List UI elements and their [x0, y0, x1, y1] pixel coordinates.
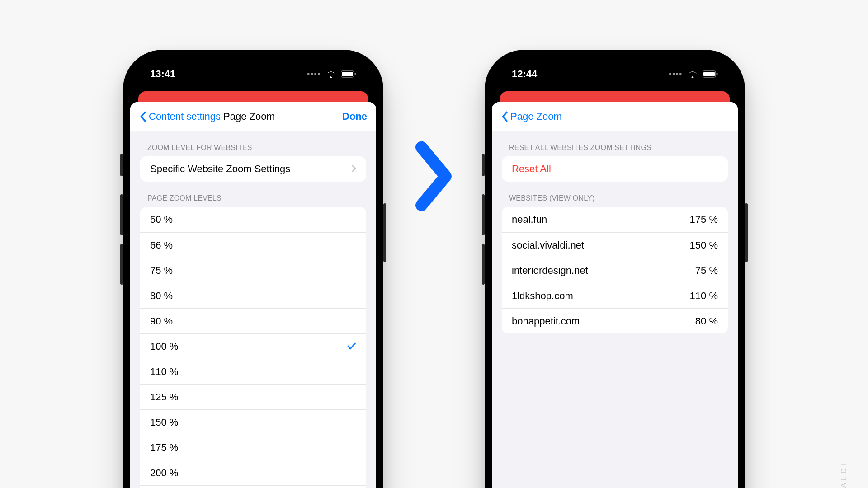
zoom-level-row[interactable]: 75 %	[140, 258, 366, 283]
zoom-level-label: 100 %	[150, 341, 178, 352]
zoom-level-label: 75 %	[150, 265, 173, 277]
website-zoom-value: 80 %	[695, 315, 718, 327]
vivaldi-watermark: VIVALDI	[839, 461, 849, 488]
page-title: Page Zoom	[223, 111, 275, 122]
website-zoom-value: 150 %	[690, 239, 718, 251]
zoom-level-label: 80 %	[150, 290, 173, 302]
side-button	[120, 154, 123, 176]
section-header-websites: WEBSITES (VIEW ONLY)	[492, 182, 738, 207]
wifi-icon	[687, 70, 698, 78]
zoom-level-label: 175 %	[150, 442, 178, 454]
section-header-reset: RESET ALL WEBSITES ZOOM SETTINGS	[492, 131, 738, 156]
row-label: Reset All	[512, 163, 551, 175]
zoom-level-row[interactable]: 200 %	[140, 460, 366, 485]
zoom-level-row[interactable]: 66 %	[140, 232, 366, 258]
nav-bar: Page Zoom	[492, 102, 738, 131]
flow-arrow-icon	[409, 140, 458, 214]
svg-rect-1	[342, 72, 353, 76]
nav-bar: Content settings Page Zoom Done	[130, 102, 376, 131]
back-button[interactable]: Page Zoom	[501, 111, 562, 122]
side-button	[120, 194, 123, 235]
row-label: Specific Website Zoom Settings	[150, 163, 290, 175]
side-button	[482, 244, 485, 285]
watermark-text: VIVALDI	[840, 461, 848, 488]
zoom-level-label: 200 %	[150, 467, 178, 479]
zoom-level-row[interactable]: 90 %	[140, 308, 366, 333]
status-time: 13:41	[150, 68, 175, 80]
website-zoom-row: interiordesign.net75 %	[502, 258, 728, 283]
reset-all-button[interactable]: Reset All	[502, 156, 728, 182]
done-button[interactable]: Done	[342, 111, 367, 122]
side-button	[482, 194, 485, 235]
website-host: bonappetit.com	[512, 315, 580, 327]
back-label: Content settings	[149, 111, 221, 122]
zoom-level-row[interactable]: 100 %	[140, 333, 366, 359]
zoom-level-label: 125 %	[150, 391, 178, 403]
svg-rect-2	[355, 73, 356, 75]
cellular-dots-icon: ••••	[669, 70, 683, 78]
phone-left: 13:41 •••• Content settings Page Zoom Do…	[123, 50, 383, 488]
zoom-level-row[interactable]: 250 %	[140, 485, 366, 488]
website-host: neal.fun	[512, 214, 547, 225]
status-bar: 13:41 ••••	[130, 57, 376, 91]
side-button	[745, 203, 748, 262]
chevron-left-icon	[501, 111, 508, 122]
back-label: Page Zoom	[510, 111, 562, 122]
website-zoom-row: social.vivaldi.net150 %	[502, 232, 728, 258]
section-header-zoom-websites: ZOOM LEVEL FOR WEBSITES	[130, 131, 376, 156]
website-host: social.vivaldi.net	[512, 239, 584, 251]
website-zoom-row: bonappetit.com80 %	[502, 308, 728, 333]
zoom-level-label: 90 %	[150, 315, 173, 327]
zoom-level-row[interactable]: 50 %	[140, 207, 366, 232]
side-button	[383, 203, 386, 262]
back-button[interactable]: Content settings	[139, 111, 221, 122]
website-zoom-value: 175 %	[690, 214, 718, 225]
website-zoom-row: 1ldkshop.com110 %	[502, 283, 728, 308]
website-zoom-row: neal.fun175 %	[502, 207, 728, 232]
zoom-level-row[interactable]: 175 %	[140, 435, 366, 460]
status-time: 12:44	[512, 68, 537, 80]
side-button	[120, 244, 123, 285]
chevron-left-icon	[139, 111, 146, 122]
website-host: 1ldkshop.com	[512, 290, 573, 302]
battery-icon	[703, 70, 718, 78]
zoom-level-row[interactable]: 150 %	[140, 409, 366, 435]
svg-rect-4	[703, 72, 715, 76]
website-zoom-value: 110 %	[690, 290, 718, 302]
section-header-zoom-levels: PAGE ZOOM LEVELS	[130, 182, 376, 207]
zoom-level-row[interactable]: 80 %	[140, 283, 366, 308]
phone-right: 12:44 •••• Page Zoom RESET ALL WEBSIT	[485, 50, 745, 488]
svg-rect-5	[717, 73, 718, 75]
wifi-icon	[326, 70, 336, 78]
cellular-dots-icon: ••••	[307, 70, 321, 78]
status-bar: 12:44 ••••	[492, 57, 738, 91]
website-zoom-value: 75 %	[695, 265, 718, 277]
zoom-level-label: 150 %	[150, 417, 178, 428]
checkmark-icon	[347, 340, 356, 353]
zoom-level-row[interactable]: 125 %	[140, 384, 366, 409]
zoom-level-label: 66 %	[150, 239, 173, 251]
zoom-level-label: 110 %	[150, 366, 178, 378]
zoom-level-row[interactable]: 110 %	[140, 359, 366, 384]
battery-icon	[341, 70, 356, 78]
side-button	[482, 154, 485, 176]
website-host: interiordesign.net	[512, 265, 588, 277]
specific-website-zoom-row[interactable]: Specific Website Zoom Settings	[140, 156, 366, 182]
zoom-level-label: 50 %	[150, 214, 173, 225]
chevron-right-icon	[352, 163, 356, 175]
